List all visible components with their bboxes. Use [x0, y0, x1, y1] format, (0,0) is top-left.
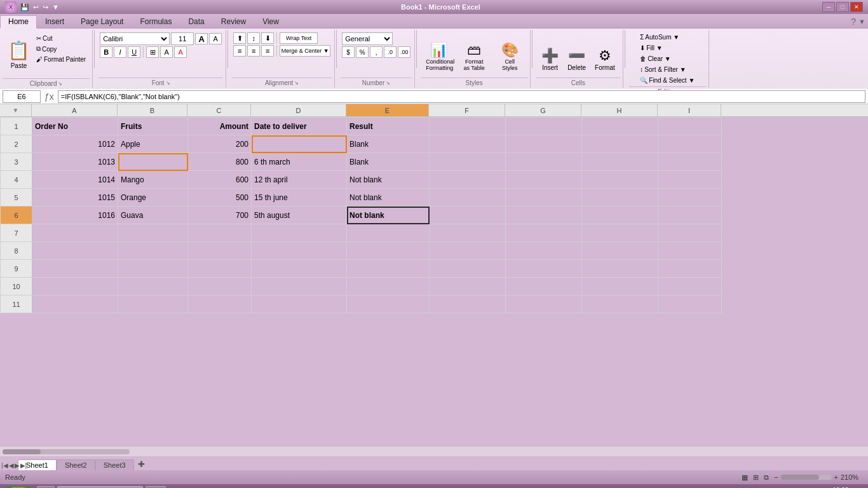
- cell-b6[interactable]: Guava: [118, 207, 188, 224]
- cell-c1[interactable]: Amount: [188, 118, 252, 135]
- tab-home[interactable]: Home: [0, 15, 37, 29]
- col-header-a[interactable]: A: [32, 104, 118, 116]
- comma-button[interactable]: ,: [370, 46, 383, 58]
- percent-button[interactable]: %: [356, 46, 369, 58]
- cell-b2[interactable]: Apple: [118, 135, 188, 153]
- zoom-level[interactable]: 210%: [841, 473, 863, 481]
- cell-a5[interactable]: 1015: [32, 189, 118, 207]
- font-name-select[interactable]: Calibri: [100, 32, 170, 45]
- zoom-out-button[interactable]: −: [774, 473, 778, 481]
- font-size-input[interactable]: [171, 32, 194, 45]
- cell-d1[interactable]: Date to deliver: [252, 118, 347, 135]
- cell-c6[interactable]: 700: [188, 207, 252, 224]
- cell-f1[interactable]: [430, 118, 506, 135]
- tab-formulas[interactable]: Formulas: [132, 15, 180, 28]
- cell-f5[interactable]: [430, 189, 506, 207]
- col-header-e[interactable]: E: [346, 104, 429, 116]
- quick-redo[interactable]: ↪: [43, 3, 48, 11]
- tab-insert[interactable]: Insert: [37, 15, 72, 28]
- cell-e6[interactable]: Not blank: [347, 207, 430, 224]
- col-header-g[interactable]: G: [505, 104, 581, 116]
- merge-center-button[interactable]: Merge & Center ▼: [280, 45, 330, 57]
- col-header-c[interactable]: C: [187, 104, 251, 116]
- cell-reference-input[interactable]: [3, 90, 41, 103]
- zoom-in-button[interactable]: +: [834, 473, 838, 481]
- fill-button[interactable]: ⬇ Fill ▼: [637, 43, 665, 53]
- horizontal-scrollbar[interactable]: [0, 446, 868, 456]
- align-bottom-button[interactable]: ⬇: [261, 32, 274, 44]
- ribbon-toggle[interactable]: ▼: [858, 18, 865, 25]
- cell-f4[interactable]: [430, 171, 506, 189]
- align-middle-button[interactable]: ↕: [247, 32, 260, 44]
- tab-view[interactable]: View: [254, 15, 287, 28]
- decrease-decimal-button[interactable]: .0: [384, 46, 397, 58]
- align-center-button[interactable]: ≡: [247, 45, 260, 57]
- font-grow-button[interactable]: A: [195, 33, 208, 44]
- close-button[interactable]: ✕: [850, 2, 863, 12]
- align-left-button[interactable]: ≡: [233, 45, 246, 57]
- col-header-f[interactable]: F: [429, 104, 505, 116]
- cell-g4[interactable]: [506, 171, 582, 189]
- col-header-i[interactable]: I: [658, 104, 721, 116]
- row-num-4[interactable]: 4: [1, 171, 32, 189]
- cell-d6[interactable]: 5th august: [252, 207, 347, 224]
- cell-e3[interactable]: Blank: [347, 153, 430, 171]
- find-select-button[interactable]: 🔍 Find & Select ▼: [637, 76, 697, 85]
- clear-button[interactable]: 🗑 Clear ▼: [637, 54, 674, 64]
- cell-i6[interactable]: [658, 207, 722, 224]
- copy-button[interactable]: ⧉ Copy: [34, 44, 88, 54]
- insert-button[interactable]: ➕ Insert: [538, 36, 562, 74]
- cell-h6[interactable]: [582, 207, 658, 224]
- format-button[interactable]: ⚙ Format: [591, 36, 619, 74]
- row-num-3[interactable]: 3: [1, 153, 32, 171]
- quick-save[interactable]: 💾: [20, 3, 29, 11]
- cell-c4[interactable]: 600: [188, 171, 252, 189]
- sheet-tab-2[interactable]: Sheet2: [57, 459, 95, 470]
- row-num-6[interactable]: 6: [1, 207, 32, 224]
- cell-e4[interactable]: Not blank: [347, 171, 430, 189]
- cell-a4[interactable]: 1014: [32, 171, 118, 189]
- autosum-button[interactable]: Σ AutoSum ▼: [637, 32, 682, 42]
- row-num-11[interactable]: 11: [1, 295, 32, 313]
- cell-h3[interactable]: [582, 153, 658, 171]
- col-header-b[interactable]: B: [118, 104, 187, 116]
- normal-view-button[interactable]: ▦: [742, 473, 748, 482]
- page-layout-view-button[interactable]: ⊞: [753, 473, 759, 482]
- alignment-expand[interactable]: ↘: [294, 80, 299, 86]
- sort-filter-button[interactable]: ↕ Sort & Filter ▼: [637, 65, 688, 74]
- row-num-1[interactable]: 1: [1, 118, 32, 135]
- bold-button[interactable]: B: [100, 46, 112, 58]
- cell-a6[interactable]: 1016: [32, 207, 118, 224]
- cell-e5[interactable]: Not blank: [347, 189, 430, 207]
- cell-i3[interactable]: [658, 153, 722, 171]
- cell-e2[interactable]: Blank: [347, 135, 430, 153]
- font-color-button[interactable]: A: [174, 46, 187, 58]
- increase-decimal-button[interactable]: .00: [398, 46, 410, 58]
- borders-button[interactable]: ⊞: [146, 46, 159, 58]
- restore-button[interactable]: □: [836, 2, 849, 12]
- format-as-table-button[interactable]: 🗃 Format as Table: [458, 36, 491, 74]
- cell-h2[interactable]: [582, 135, 658, 153]
- number-expand[interactable]: ↘: [386, 80, 390, 86]
- cell-b5[interactable]: Orange: [118, 189, 188, 207]
- cell-i2[interactable]: [658, 135, 722, 153]
- quick-undo[interactable]: ↩: [33, 3, 39, 11]
- row-num-7[interactable]: 7: [1, 224, 32, 242]
- sheet-tab-3[interactable]: Sheet3: [95, 459, 134, 470]
- font-shrink-button[interactable]: A: [209, 33, 222, 44]
- cell-e1[interactable]: Result: [347, 118, 430, 135]
- row-num-2[interactable]: 2: [1, 135, 32, 153]
- cell-i1[interactable]: [658, 118, 722, 135]
- currency-button[interactable]: $: [342, 46, 355, 58]
- cell-a2[interactable]: 1012: [32, 135, 118, 153]
- sheet-nav-first[interactable]: |◀: [1, 462, 8, 469]
- number-format-select[interactable]: General: [342, 32, 393, 45]
- cell-f3[interactable]: [430, 153, 506, 171]
- page-break-view-button[interactable]: ⧉: [764, 473, 769, 482]
- customize-qa[interactable]: ▼: [52, 3, 59, 11]
- cell-b1[interactable]: Fruits: [118, 118, 188, 135]
- formula-bar-expand[interactable]: ƒx: [43, 92, 55, 102]
- cell-c3[interactable]: 800: [188, 153, 252, 171]
- tab-page-layout[interactable]: Page Layout: [72, 15, 132, 28]
- cell-i4[interactable]: [658, 171, 722, 189]
